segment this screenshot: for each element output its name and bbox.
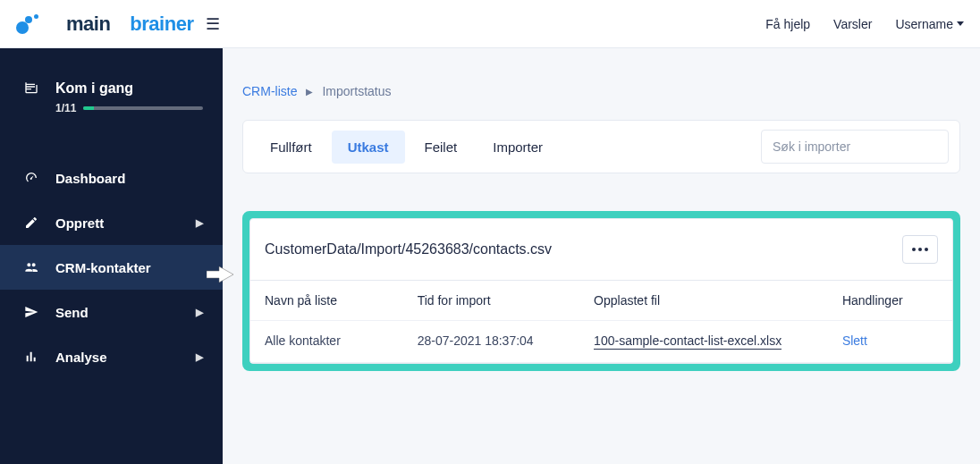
newspaper-icon <box>21 80 41 97</box>
table-header: Navn på liste Tid for import Opplastet f… <box>250 281 952 321</box>
tab-import[interactable]: Importer <box>477 131 559 164</box>
users-icon <box>21 259 41 275</box>
username-label: Username <box>895 17 953 31</box>
chevron-down-icon <box>957 21 964 26</box>
tabs-card: Fullført Utkast Feilet Importer <box>242 120 960 173</box>
main-content: CRM-liste ▶ Importstatus Fullført Utkast… <box>223 48 980 464</box>
import-card-title: CustomerData/Import/45263683/contacts.cs… <box>265 241 552 257</box>
sidebar-item-send[interactable]: Send ▶ <box>0 290 223 334</box>
import-card-highlight: CustomerData/Import/45263683/contacts.cs… <box>242 211 960 371</box>
table-row: Alle kontakter 28-07-2021 18:37:04 100-s… <box>250 321 952 363</box>
sidebar-item-crm-contacts[interactable]: CRM-kontakter <box>0 245 223 290</box>
sidebar-item-label: Opprett <box>55 215 104 231</box>
help-link[interactable]: Få hjelp <box>765 17 810 31</box>
cell-import-time: 28-07-2021 18:37:04 <box>418 333 585 350</box>
sidebar-item-label: Analyse <box>55 350 107 365</box>
more-actions-button[interactable] <box>902 235 938 264</box>
uploaded-file-link[interactable]: 100-sample-contact-list-excel.xlsx <box>594 333 781 350</box>
col-actions: Handlinger <box>842 293 938 308</box>
gauge-icon <box>21 170 41 186</box>
chevron-right-icon: ▶ <box>196 217 203 229</box>
sidebar-item-label: Send <box>55 305 89 320</box>
logo-text: mainbrainer <box>46 13 193 36</box>
sidebar-item-dashboard[interactable]: Dashboard <box>0 156 223 200</box>
alerts-link[interactable]: Varsler <box>833 17 872 31</box>
tab-completed[interactable]: Fullført <box>254 131 328 164</box>
paper-plane-icon <box>21 304 41 320</box>
sidebar-get-started[interactable]: Kom i gang 1/11 <box>0 80 223 123</box>
breadcrumb: CRM-liste ▶ Importstatus <box>242 84 960 98</box>
chevron-right-icon: ▶ <box>196 351 203 363</box>
col-list-name: Navn på liste <box>265 293 409 308</box>
cell-list-name: Alle kontakter <box>265 333 409 350</box>
breadcrumb-root[interactable]: CRM-liste <box>242 84 297 98</box>
chevron-right-icon: ▶ <box>196 307 203 318</box>
bar-chart-icon <box>21 349 41 365</box>
col-uploaded-file: Opplastet fil <box>594 293 833 308</box>
import-card: CustomerData/Import/45263683/contacts.cs… <box>249 218 953 364</box>
search-input[interactable] <box>761 130 949 164</box>
col-import-time: Tid for import <box>418 293 585 308</box>
pencil-icon <box>21 215 41 231</box>
sidebar-item-create[interactable]: Opprett ▶ <box>0 200 223 245</box>
app-logo[interactable]: mainbrainer <box>16 13 193 36</box>
menu-toggle-icon[interactable]: ☰ <box>206 14 220 34</box>
get-started-title: Kom i gang <box>55 80 133 97</box>
get-started-count: 1/11 <box>55 102 76 114</box>
tab-failed[interactable]: Feilet <box>409 131 474 164</box>
breadcrumb-separator-icon: ▶ <box>306 87 313 97</box>
sidebar-item-label: Dashboard <box>55 171 125 186</box>
sidebar-item-analytics[interactable]: Analyse ▶ <box>0 334 223 379</box>
breadcrumb-current: Importstatus <box>322 84 391 98</box>
tab-draft[interactable]: Utkast <box>332 131 405 164</box>
delete-action[interactable]: Slett <box>842 333 938 350</box>
logo-dots-icon <box>16 14 39 34</box>
sidebar: Kom i gang 1/11 Dashboard Opprett ▶ <box>0 48 223 464</box>
get-started-progress <box>83 106 203 110</box>
sidebar-item-label: CRM-kontakter <box>55 260 151 275</box>
username-dropdown[interactable]: Username <box>895 17 964 31</box>
